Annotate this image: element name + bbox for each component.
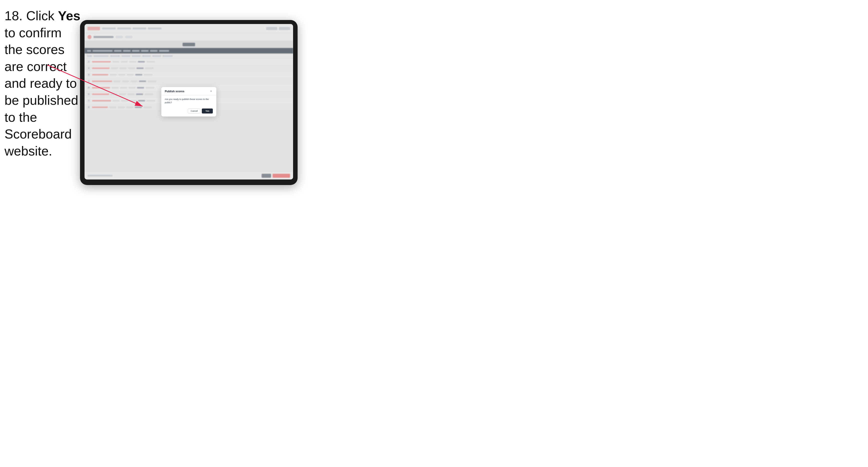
modal-footer: Cancel Yes [161, 106, 216, 117]
instruction-text: 18. Click Yes to confirm the scores are … [4, 7, 82, 159]
publish-scores-dialog: Publish scores × Are you ready to publis… [161, 87, 216, 117]
tablet-screen: 1 2 3 [85, 24, 293, 180]
modal-close-button[interactable]: × [209, 90, 213, 93]
modal-message: Are you ready to publish these scores to… [165, 98, 213, 104]
tablet-device: 1 2 3 [80, 20, 298, 185]
instruction-text-part1: Click [23, 8, 58, 23]
modal-header: Publish scores × [161, 87, 216, 95]
instruction-bold: Yes [58, 8, 81, 23]
modal-body: Are you ready to publish these scores to… [161, 95, 216, 106]
yes-button[interactable]: Yes [202, 108, 213, 114]
modal-overlay: Publish scores × Are you ready to publis… [85, 24, 293, 180]
instruction-text-part2: to confirm the scores are correct and re… [4, 26, 78, 158]
instruction-number: 18. [4, 8, 23, 23]
cancel-button[interactable]: Cancel [188, 108, 200, 114]
modal-title: Publish scores [165, 90, 184, 93]
